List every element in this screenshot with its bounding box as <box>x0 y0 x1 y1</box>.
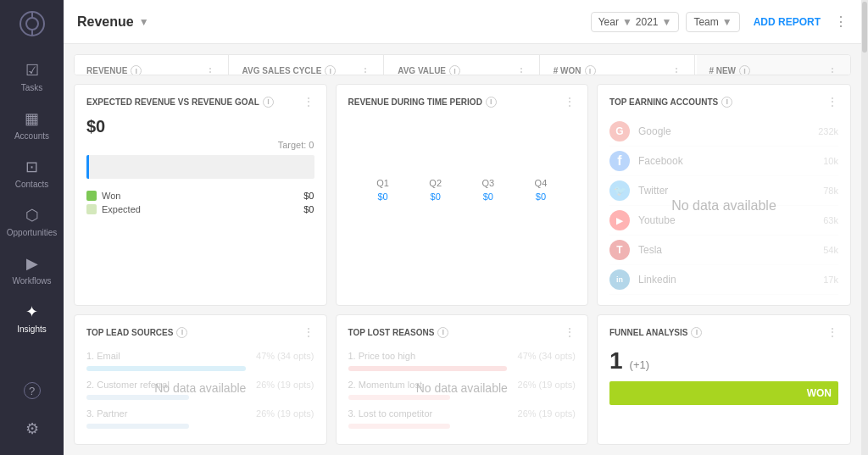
chart-q3: Q3 $0 <box>471 173 505 202</box>
tesla-logo: T <box>609 240 630 260</box>
header-more-icon[interactable]: ⋮ <box>834 14 848 30</box>
google-logo: G <box>609 121 630 141</box>
chart-value-q3: $0 <box>483 191 493 202</box>
expected-panel-dots[interactable]: ⋮ <box>303 95 314 108</box>
sidebar-item-contacts[interactable]: ⊡ Contacts <box>0 149 64 197</box>
list-item: 2. Momentum lost 26% (19 opts) <box>348 376 576 393</box>
settings-icon: ⚙ <box>25 419 39 438</box>
funnel-panel: FUNNEL ANALYSIS i ⋮ 1 (+1) WON <box>597 314 851 445</box>
accounts-icon: ▦ <box>25 109 39 128</box>
funnel-count: 1 <box>609 347 623 375</box>
revenue-time-dots[interactable]: ⋮ <box>564 95 576 108</box>
list-item: ▶ Youtube 63k <box>609 206 838 236</box>
dashboard-content: REVENUE i 0 ▲ 0% USD ⋮ <box>64 44 861 455</box>
lead-panel-header: TOP LEAD SOURCES i ⋮ <box>86 325 314 339</box>
lost-panel-dots[interactable]: ⋮ <box>564 325 576 339</box>
funnel-panel-title: FUNNEL ANALYSIS i <box>609 327 702 338</box>
sidebar-item-insights-label: Insights <box>17 325 46 334</box>
earning-panel-title: TOP EARNING ACCOUNTS i <box>609 97 732 108</box>
chart-value-q1: $0 <box>377 191 387 202</box>
sidebar-item-opportunities[interactable]: ⬡ Opportunities <box>0 197 64 246</box>
list-item: T Tesla 54k <box>609 236 838 265</box>
google-name: Google <box>638 125 818 137</box>
lead-panel-dots[interactable]: ⋮ <box>303 325 314 339</box>
earning-panel-header: TOP EARNING ACCOUNTS i ⋮ <box>609 95 838 108</box>
funnel-bar-won: WON <box>609 381 838 405</box>
top-earning-panel: TOP EARNING ACCOUNTS i ⋮ G Google 232k f… <box>597 84 851 306</box>
sidebar-item-settings[interactable]: ⚙ <box>24 411 41 447</box>
twitter-name: Twitter <box>638 185 823 197</box>
revenue-title[interactable]: Revenue ▼ <box>77 14 149 30</box>
sidebar-logo <box>17 8 47 39</box>
sidebar: ☑ Tasks ▦ Accounts ⊡ Contacts ⬡ Opportun… <box>0 0 64 455</box>
chart-bar-q3 <box>471 173 505 175</box>
lead-item-2-label: 2. Customer referral <box>86 380 170 390</box>
facebook-value: 10k <box>823 156 838 166</box>
stat-avg-value-dots[interactable]: ⋮ <box>515 65 527 75</box>
insights-icon: ✦ <box>25 302 38 321</box>
year-filter[interactable]: Year ▼ 2021 ▼ <box>591 12 680 32</box>
sidebar-item-accounts[interactable]: ▦ Accounts <box>0 101 64 149</box>
middle-row: EXPECTED REVENUE VS REVENUE GOAL i ⋮ $0 … <box>74 84 851 306</box>
lead-item-1-value: 47% (34 opts) <box>256 351 314 361</box>
tesla-value: 54k <box>823 245 838 255</box>
linkedin-name: Linkedin <box>638 274 823 286</box>
bottom-row: TOP LEAD SOURCES i ⋮ 1. Email 47% (34 op… <box>74 314 851 445</box>
chart-label-q3: Q3 <box>481 178 494 188</box>
sidebar-bottom: ? ⚙ <box>24 374 41 447</box>
lead-item-3-value: 26% (19 opts) <box>256 408 314 419</box>
sidebar-item-workflows[interactable]: ▶ Workflows <box>0 246 64 294</box>
stat-won: # WON i 1 ▲ 1 opportunities ⋮ <box>542 55 696 75</box>
sidebar-item-contacts-label: Contacts <box>15 180 48 189</box>
expected-amount: $0 <box>86 117 314 136</box>
sidebar-item-insights[interactable]: ✦ Insights <box>0 294 64 342</box>
list-item: 1. Email 47% (34 opts) <box>86 347 314 364</box>
chart-bar-q2 <box>419 173 453 175</box>
lost-list: 1. Price too high 47% (34 opts) 2. Momen… <box>348 347 576 429</box>
chart-value-q2: $0 <box>431 191 441 202</box>
legend-expected-row: Expected $0 <box>86 204 314 214</box>
lost-item-2-label: 2. Momentum lost <box>348 380 422 390</box>
stat-new-dots[interactable]: ⋮ <box>826 65 838 75</box>
funnel-panel-dots[interactable]: ⋮ <box>826 325 838 339</box>
google-value: 232k <box>818 126 838 136</box>
chart-q4: Q4 $0 <box>524 173 558 202</box>
earning-panel-dots[interactable]: ⋮ <box>826 95 838 108</box>
earning-list-container: G Google 232k f Facebook 10k 🐦 Twitter 7… <box>609 117 838 295</box>
scroll-thumb[interactable] <box>862 2 867 53</box>
stat-avg-sales-dots[interactable]: ⋮ <box>359 65 371 75</box>
target-label: Target: 0 <box>86 140 314 150</box>
scrollbar[interactable] <box>861 0 868 455</box>
facebook-name: Facebook <box>638 155 823 167</box>
list-item: 🐦 Twitter 78k <box>609 176 838 206</box>
list-item: G Google 232k <box>609 117 838 147</box>
team-filter-arrow: ▼ <box>722 16 732 28</box>
stat-revenue-label: REVENUE i <box>86 65 142 75</box>
expected-value: $0 <box>303 204 314 214</box>
sidebar-item-help[interactable]: ? <box>24 374 41 408</box>
lost-item-1-value: 47% (34 opts) <box>518 351 576 361</box>
sidebar-item-accounts-label: Accounts <box>14 131 49 141</box>
list-item: in Linkedin 17k <box>609 265 838 295</box>
sidebar-item-tasks[interactable]: ☑ Tasks <box>0 53 64 101</box>
expected-revenue-panel: EXPECTED REVENUE VS REVENUE GOAL i ⋮ $0 … <box>74 84 327 306</box>
legend-won: Won <box>86 191 120 201</box>
facebook-logo: f <box>609 151 630 171</box>
opportunities-icon: ⬡ <box>25 206 39 225</box>
lead-item-1-label: 1. Email <box>86 351 120 361</box>
lost-bar-1 <box>348 366 508 371</box>
page-header: Revenue ▼ Year ▼ 2021 ▼ Team ▼ ADD REPOR… <box>64 0 861 44</box>
year-filter-arrow: ▼ <box>622 16 632 28</box>
add-report-button[interactable]: ADD REPORT <box>747 13 827 31</box>
stat-new-label: # NEW i <box>709 65 762 75</box>
avg-value-info-icon: i <box>449 65 460 75</box>
stat-won-dots[interactable]: ⋮ <box>670 65 682 75</box>
youtube-value: 63k <box>823 215 838 225</box>
stat-revenue-dots[interactable]: ⋮ <box>204 65 216 75</box>
legend-expected: Expected <box>86 204 141 214</box>
funnel-count-row: 1 (+1) <box>609 347 838 375</box>
lead-panel-title: TOP LEAD SOURCES i <box>86 327 187 338</box>
won-info-icon: i <box>585 65 596 75</box>
team-filter[interactable]: Team ▼ <box>686 12 739 32</box>
lost-panel-title: TOP LOST REASONS i <box>348 327 449 338</box>
